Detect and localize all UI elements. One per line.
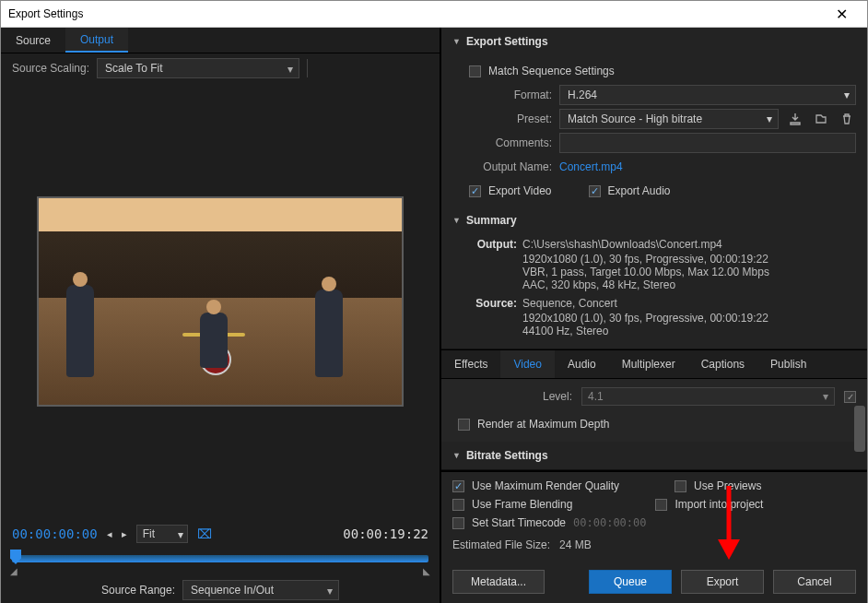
chevron-down-icon: ▾ — [823, 390, 828, 403]
match-sequence-label: Match Sequence Settings — [488, 65, 615, 77]
summary-output-line4: AAC, 320 kbps, 48 kHz, Stereo — [522, 278, 856, 291]
sub-tab-video[interactable]: Video — [500, 350, 554, 378]
chevron-down-icon: ▾ — [287, 63, 293, 76]
source-scaling-label: Source Scaling: — [12, 62, 89, 75]
export-audio-checkbox[interactable] — [589, 185, 601, 197]
timeline-controls: 00:00:00:00 ◂ ▸ Fit ▾ ⌧ 00:00:19:22 — [1, 520, 440, 548]
bitrate-header[interactable]: ▼ Bitrate Settings — [441, 442, 867, 469]
cancel-button[interactable]: Cancel — [773, 570, 856, 594]
chevron-down-icon: ▾ — [844, 89, 850, 101]
zoom-fit-value: Fit — [143, 527, 155, 540]
output-name-label: Output Name: — [469, 160, 552, 173]
export-settings-window: Export Settings ✕ Source Output Source S… — [0, 0, 868, 603]
video-preview[interactable] — [37, 196, 404, 407]
comments-input[interactable] — [559, 133, 856, 153]
in-marker[interactable]: ◢ — [10, 566, 18, 576]
import-project-checkbox[interactable] — [655, 499, 667, 511]
import-preset-icon[interactable] — [812, 110, 830, 128]
set-start-tc-checkbox[interactable] — [452, 517, 464, 529]
sub-tab-publish[interactable]: Publish — [757, 350, 819, 378]
export-video-checkbox[interactable] — [469, 185, 481, 197]
comments-label: Comments: — [469, 136, 552, 149]
summary-source-line3: 44100 Hz, Stereo — [522, 325, 856, 337]
triangle-down-icon: ▼ — [452, 451, 461, 460]
zoom-fit-select[interactable]: Fit ▾ — [136, 525, 188, 543]
format-select[interactable]: H.264 ▾ — [559, 85, 856, 105]
scrub-bar: ◢ ◣ — [1, 548, 440, 575]
sub-tab-audio[interactable]: Audio — [555, 350, 609, 378]
est-size-value: 24 MB — [559, 538, 592, 551]
source-range-label: Source Range: — [101, 584, 175, 597]
aspect-ratio-icon[interactable]: ⌧ — [197, 526, 212, 541]
settings-sub-tabs: Effects Video Audio Multiplexer Captions… — [441, 349, 867, 379]
prev-frame-button[interactable]: ◂ — [107, 528, 112, 540]
export-button[interactable]: Export — [681, 570, 764, 594]
bitrate-section: ▼ Bitrate Settings — [441, 442, 867, 470]
right-panel: ▼ Export Settings Match Sequence Setting… — [441, 28, 867, 603]
source-range-select[interactable]: Sequence In/Out ▾ — [182, 580, 339, 600]
summary-source-line2: 1920x1080 (1.0), 30 fps, Progressive, 00… — [522, 312, 856, 325]
export-settings-header[interactable]: ▼ Export Settings — [441, 28, 867, 55]
level-select[interactable]: 4.1 ▾ — [581, 387, 835, 406]
close-button[interactable]: ✕ — [823, 1, 860, 27]
use-previews-label: Use Previews — [694, 479, 761, 492]
render-max-depth-label: Render at Maximum Depth — [477, 418, 609, 431]
triangle-down-icon: ▼ — [452, 216, 461, 225]
next-frame-button[interactable]: ▸ — [122, 528, 127, 540]
source-scaling-row: Source Scaling: Scale To Fit ▾ — [1, 53, 440, 83]
tab-source[interactable]: Source — [1, 28, 65, 53]
export-settings-section: ▼ Export Settings Match Sequence Setting… — [441, 28, 867, 349]
video-settings-pane: Level: 4.1 ▾ Render at Maximum Depth — [441, 379, 867, 442]
queue-button[interactable]: Queue — [589, 570, 672, 594]
preset-label: Preset: — [469, 112, 552, 125]
sub-tab-effects[interactable]: Effects — [441, 350, 500, 378]
summary-output-line3: VBR, 1 pass, Target 10.00 Mbps, Max 12.0… — [522, 266, 856, 278]
summary-header[interactable]: ▼ Summary — [441, 212, 867, 234]
tab-output[interactable]: Output — [65, 28, 128, 53]
level-value: 4.1 — [588, 390, 604, 403]
duration-timecode: 00:00:19:22 — [343, 526, 428, 541]
out-marker[interactable]: ◣ — [423, 566, 430, 576]
preview-tabs: Source Output — [1, 28, 440, 53]
scrollbar[interactable] — [854, 406, 865, 452]
window-title: Export Settings — [8, 7, 823, 20]
level-match-checkbox[interactable] — [844, 391, 856, 403]
sub-tab-multiplexer[interactable]: Multiplexer — [609, 350, 688, 378]
use-max-quality-label: Use Maximum Render Quality — [472, 479, 619, 492]
dialog-body: Source Output Source Scaling: Scale To F… — [1, 28, 867, 603]
use-max-quality-checkbox[interactable] — [452, 480, 464, 492]
use-frame-blending-checkbox[interactable] — [452, 499, 464, 511]
export-audio-label: Export Audio — [608, 184, 671, 197]
metadata-button[interactable]: Metadata... — [452, 570, 545, 594]
level-label: Level: — [535, 390, 572, 403]
chevron-down-icon: ▾ — [767, 112, 772, 125]
divider — [307, 59, 308, 77]
triangle-down-icon: ▼ — [452, 37, 461, 46]
preset-value: Match Source - High bitrate — [568, 112, 702, 125]
set-start-tc-value: 00:00:00:00 — [573, 516, 646, 529]
output-name-link[interactable]: Concert.mp4 — [559, 160, 623, 173]
source-scaling-select[interactable]: Scale To Fit ▾ — [97, 58, 299, 78]
export-video-label: Export Video — [488, 184, 552, 197]
sub-tab-captions[interactable]: Captions — [688, 350, 757, 378]
source-scaling-value: Scale To Fit — [105, 62, 162, 75]
preview-illustration — [39, 198, 402, 405]
import-project-label: Import into project — [674, 498, 763, 511]
summary-output-path: C:\Users\shash\Downloads\Concert.mp4 — [522, 238, 722, 251]
lower-options: Use Maximum Render Quality Use Previews … — [441, 470, 867, 562]
delete-preset-icon[interactable] — [838, 110, 856, 128]
preset-select[interactable]: Match Source - High bitrate ▾ — [559, 109, 779, 129]
titlebar: Export Settings ✕ — [1, 1, 867, 28]
match-sequence-checkbox[interactable] — [469, 65, 481, 77]
render-max-depth-checkbox[interactable] — [458, 419, 470, 431]
use-frame-blending-label: Use Frame Blending — [472, 498, 572, 511]
summary-title: Summary — [466, 214, 517, 227]
summary-source-label: Source: — [469, 297, 517, 310]
use-previews-checkbox[interactable] — [674, 480, 686, 492]
summary-output-line2: 1920x1080 (1.0), 30 fps, Progressive, 00… — [522, 253, 856, 266]
scrub-track[interactable] — [12, 555, 428, 562]
save-preset-icon[interactable] — [786, 110, 804, 128]
current-timecode[interactable]: 00:00:00:00 — [12, 526, 98, 541]
summary-source-line1: Sequence, Concert — [522, 297, 617, 310]
preview-area — [1, 83, 440, 520]
